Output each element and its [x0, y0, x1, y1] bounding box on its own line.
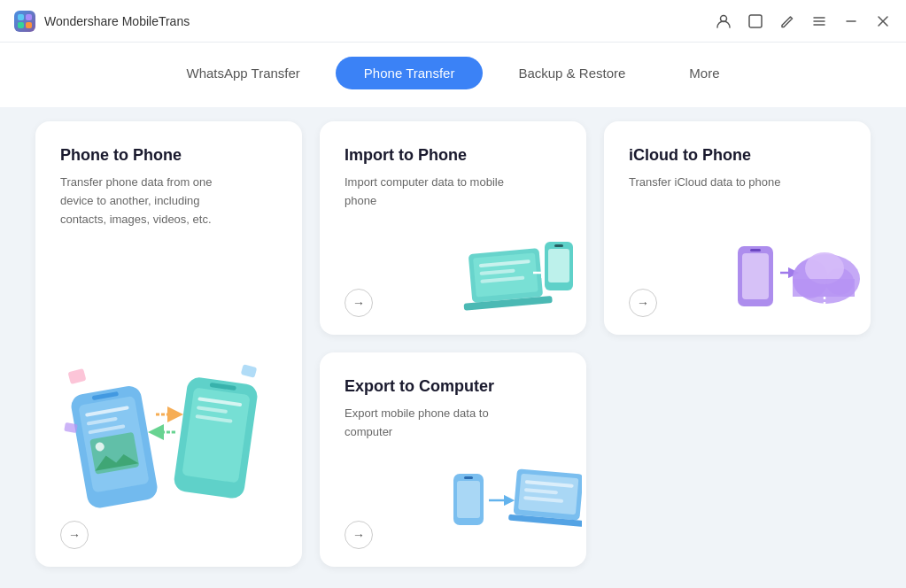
icloud-illustration: [733, 224, 866, 330]
import-illustration: [449, 224, 582, 330]
minimize-icon[interactable]: [842, 12, 860, 30]
tab-more[interactable]: More: [661, 57, 747, 89]
card-icloud-desc: Transfer iCloud data to phone: [629, 174, 806, 192]
svg-rect-3: [26, 22, 32, 28]
tab-phone[interactable]: Phone Transfer: [336, 57, 484, 89]
svg-rect-1: [26, 14, 32, 20]
card-phone-to-phone[interactable]: Phone to Phone Transfer phone data from …: [35, 121, 302, 567]
card-import-to-phone[interactable]: Import to Phone Import computer data to …: [320, 121, 586, 335]
titlebar-left: Wondershare MobileTrans: [14, 11, 190, 32]
svg-rect-39: [793, 279, 855, 297]
card-import-desc: Import computer data to mobile phone: [345, 174, 522, 211]
svg-rect-12: [89, 432, 139, 475]
svg-rect-42: [464, 476, 473, 479]
cards-grid: Phone to Phone Transfer phone data from …: [35, 121, 871, 567]
card-export-to-computer[interactable]: Export to Computer Export mobile phone d…: [320, 352, 586, 567]
card-phone-to-phone-title: Phone to Phone: [60, 146, 277, 165]
svg-rect-2: [18, 22, 24, 28]
profile-icon[interactable]: [715, 12, 732, 30]
titlebar-controls: [715, 12, 892, 30]
svg-rect-34: [750, 249, 761, 251]
card-import-arrow[interactable]: →: [345, 289, 373, 317]
window-icon[interactable]: [747, 12, 764, 30]
menu-icon[interactable]: [810, 12, 828, 30]
tab-whatsapp[interactable]: WhatsApp Transfer: [158, 57, 328, 89]
card-export-desc: Export mobile phone data to computer: [345, 405, 522, 442]
svg-rect-33: [742, 253, 769, 299]
titlebar: Wondershare MobileTrans: [0, 0, 906, 43]
phone-to-phone-illustration: [51, 335, 282, 521]
app-icon: [14, 11, 35, 32]
card-import-title: Import to Phone: [345, 146, 561, 165]
svg-rect-41: [457, 481, 480, 518]
svg-rect-0: [18, 14, 24, 20]
app-title: Wondershare MobileTrans: [44, 14, 190, 28]
export-illustration: [449, 456, 582, 562]
svg-rect-30: [548, 249, 569, 282]
svg-rect-22: [241, 364, 258, 378]
card-export-title: Export to Computer: [345, 377, 561, 396]
card-export-arrow[interactable]: →: [345, 521, 373, 549]
card-phone-to-phone-desc: Transfer phone data from one device to a…: [60, 174, 237, 228]
close-icon[interactable]: [874, 12, 892, 30]
main-content: Phone to Phone Transfer phone data from …: [0, 107, 906, 588]
svg-rect-5: [749, 15, 762, 27]
svg-rect-20: [67, 368, 86, 384]
nav-bar: WhatsApp Transfer Phone Transfer Backup …: [0, 43, 906, 107]
card-icloud-to-phone[interactable]: iCloud to Phone Transfer iCloud data to …: [604, 121, 871, 335]
edit-icon[interactable]: [778, 12, 796, 30]
svg-rect-31: [554, 244, 563, 247]
svg-rect-44: [518, 474, 578, 515]
card-icloud-arrow[interactable]: →: [629, 289, 657, 317]
card-icloud-title: iCloud to Phone: [629, 146, 846, 165]
card-phone-to-phone-arrow[interactable]: →: [60, 521, 89, 549]
tab-backup[interactable]: Backup & Restore: [490, 57, 654, 89]
